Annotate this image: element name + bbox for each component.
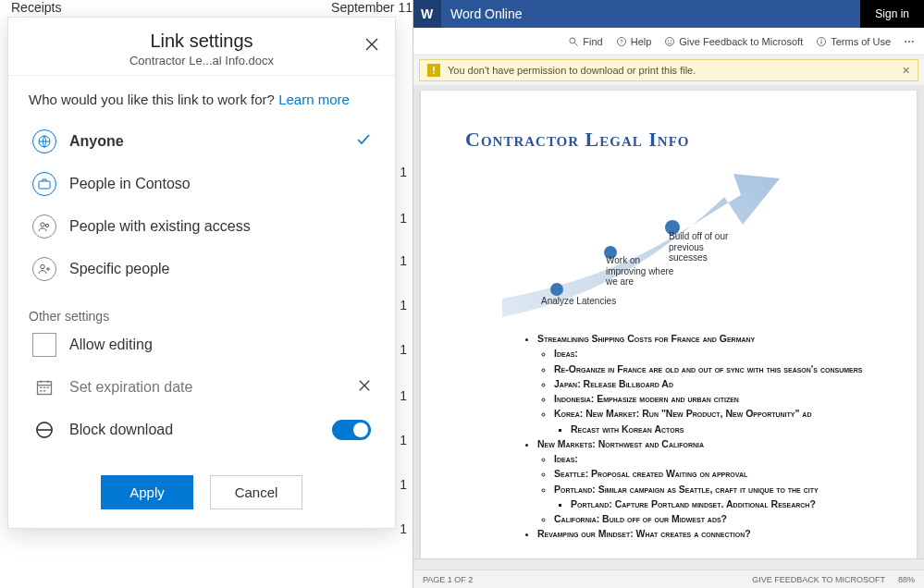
close-warning-button[interactable]: ✕ <box>902 65 910 77</box>
clear-expiration-button[interactable] <box>358 379 371 396</box>
expiration-label: Set expiration date <box>69 379 192 396</box>
bullet-item: Portland: Similar campaign as Seattle, c… <box>554 482 872 512</box>
bg-number: 1 <box>400 477 407 492</box>
link-settings-dialog: Link settings Contractor Le...al Info.do… <box>7 17 396 529</box>
help-button[interactable]: ? Help <box>616 36 652 47</box>
option-people-in-org[interactable]: People in Contoso <box>29 163 375 205</box>
smartart-arrow: Analyze Latencies Work on improving wher… <box>484 165 780 322</box>
svg-text:?: ? <box>620 39 623 44</box>
bullet-item: California: Build off of our Midwest ads… <box>554 511 872 526</box>
smile-icon <box>664 36 675 47</box>
option-label: Anyone <box>69 133 124 150</box>
svg-point-17 <box>908 41 910 43</box>
horizontal-scrollbar[interactable] <box>413 558 924 570</box>
bg-number: 1 <box>400 342 407 357</box>
arrow-node-1: Analyze Latencies <box>541 296 617 307</box>
person-plus-icon <box>32 257 56 281</box>
svg-point-3 <box>45 225 48 227</box>
arrow-node-3: Build off of our previous sucesses <box>669 231 745 263</box>
bullet-item: Ideas: <box>554 346 872 361</box>
bg-number: 1 <box>400 521 407 536</box>
option-label: Specific people <box>69 261 170 277</box>
block-download-row: Block download <box>29 409 375 451</box>
bg-date: September 11 <box>331 0 413 15</box>
dialog-buttons: Apply Cancel <box>29 475 375 509</box>
bullet-item: Recast with Korean Actors <box>571 422 872 436</box>
bg-title: Receipts <box>11 0 61 15</box>
help-icon: ? <box>616 36 627 47</box>
document-area[interactable]: Contractor Legal Info Analyze Latencies … <box>413 85 924 558</box>
svg-point-10 <box>666 37 674 45</box>
document-title: Contractor Legal Info <box>465 128 872 152</box>
feedback-label: Give Feedback to Microsoft <box>679 36 803 47</box>
arrow-dot-icon <box>550 283 563 296</box>
bullet-item: Ideas: <box>554 451 872 466</box>
who-text-label: Who would you like this link to work for… <box>29 92 275 107</box>
warning-icon: ! <box>427 64 440 77</box>
info-icon <box>816 36 827 47</box>
feedback-button[interactable]: Give Feedback to Microsoft <box>664 36 803 47</box>
left-panel: Receipts September 11 1 1 1 1 1 1 1 1 1 … <box>0 0 413 588</box>
find-button[interactable]: Find <box>568 36 602 47</box>
option-existing-access[interactable]: People with existing access <box>29 205 375 248</box>
svg-point-7 <box>570 37 575 43</box>
permission-warning: ! You don't have permission to download … <box>419 59 918 81</box>
expiration-row[interactable]: Set expiration date <box>29 366 375 409</box>
people-icon <box>32 214 56 239</box>
dialog-subtitle: Contractor Le...al Info.docx <box>19 54 384 67</box>
svg-rect-1 <box>39 181 50 189</box>
word-logo-icon: W <box>413 0 441 28</box>
page-indicator[interactable]: PAGE 1 OF 2 <box>423 575 473 584</box>
warning-text: You don't have permission to download or… <box>448 65 696 76</box>
svg-point-18 <box>912 41 914 43</box>
app-name: Word Online <box>441 6 523 21</box>
sign-in-button[interactable]: Sign in <box>860 0 924 28</box>
svg-point-2 <box>41 223 44 227</box>
terms-button[interactable]: Terms of Use <box>816 36 891 47</box>
learn-more-link[interactable]: Learn more <box>278 92 350 107</box>
more-icon <box>904 36 915 47</box>
bg-number: 1 <box>400 433 407 447</box>
background-header: Receipts September 11 <box>11 0 413 15</box>
bullet-item: Re-Organize in France are old and out of… <box>554 361 872 376</box>
other-settings-header: Other settings <box>29 309 375 324</box>
document-page: Contractor Legal Info Analyze Latencies … <box>421 91 917 558</box>
titlebar: W Word Online Sign in <box>413 0 924 28</box>
status-feedback[interactable]: GIVE FEEDBACK TO MICROSOFT <box>752 575 885 584</box>
allow-editing-label: Allow editing <box>69 337 153 353</box>
allow-editing-row[interactable]: Allow editing <box>29 324 375 366</box>
checkbox-icon[interactable] <box>32 333 56 357</box>
bullet-item: Streamlining Shipping Costs for France a… <box>537 331 872 436</box>
bullet-item: Korea: New Market: Run "New Product, New… <box>554 406 872 436</box>
option-anyone[interactable]: Anyone <box>29 120 375 163</box>
block-download-label: Block download <box>69 422 173 438</box>
cancel-button[interactable]: Cancel <box>210 475 302 509</box>
close-button[interactable] <box>362 34 382 55</box>
bullet-item: Portland: Capture Portland mindset. Addi… <box>571 496 872 511</box>
help-label: Help <box>631 36 652 47</box>
block-icon <box>32 418 56 442</box>
toolbar: Find ? Help Give Feedback to Microsoft T… <box>413 28 924 55</box>
block-download-toggle[interactable] <box>332 420 371 440</box>
svg-point-15 <box>821 39 822 40</box>
bg-number: 1 <box>400 298 407 312</box>
option-specific-people[interactable]: Specific people <box>29 248 375 290</box>
dialog-body: Who would you like this link to work for… <box>8 76 395 528</box>
check-icon <box>356 132 371 151</box>
bullet-item: Revamping our Mindset: What creates a co… <box>537 526 872 541</box>
word-online-panel: W Word Online Sign in Find ? Help Give F… <box>413 0 924 588</box>
who-text: Who would you like this link to work for… <box>29 91 375 109</box>
svg-point-4 <box>41 265 44 269</box>
bg-number: 1 <box>400 165 407 179</box>
calendar-icon <box>32 375 56 399</box>
apply-button[interactable]: Apply <box>101 475 193 509</box>
more-button[interactable] <box>904 36 915 47</box>
svg-point-16 <box>905 41 906 43</box>
option-label: People with existing access <box>69 218 251 235</box>
svg-rect-14 <box>821 41 822 43</box>
find-label: Find <box>583 36 602 47</box>
bullet-item: Seattle: Proposal created Waiting on app… <box>554 466 872 481</box>
zoom-level[interactable]: 88% <box>898 575 915 584</box>
bg-number: 1 <box>400 253 407 268</box>
option-label: People in Contoso <box>69 176 191 192</box>
